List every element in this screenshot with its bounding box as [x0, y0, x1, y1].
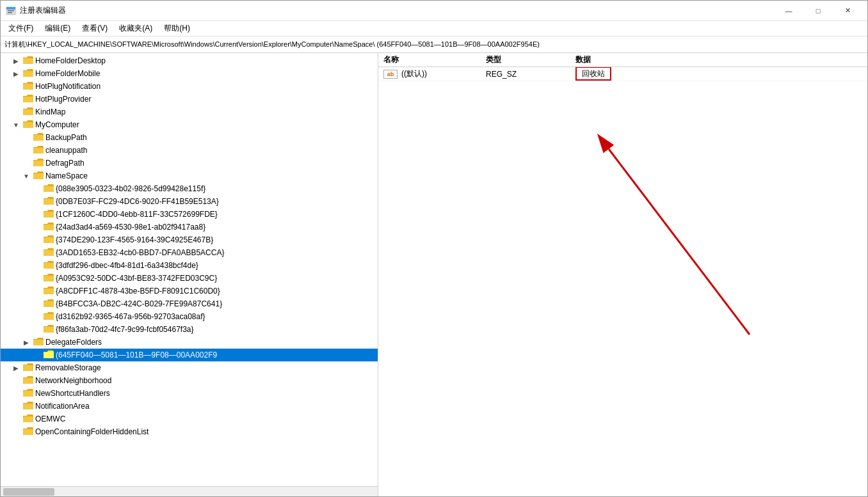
tree-item-networkneighborhood[interactable]: ▶ NetworkNeighborhood — [1, 374, 378, 387]
menu-view[interactable]: 查看(V) — [77, 22, 113, 35]
window-controls: — □ ✕ — [774, 1, 862, 21]
tree-item-ns8[interactable]: ▶ {A0953C92-50DC-43bf-BE83-3742FED03C9C} — [1, 272, 378, 285]
tree-item-homefolder-desktop[interactable]: ▶ HomeFolderDesktop — [1, 54, 378, 67]
maximize-button[interactable]: □ — [803, 1, 833, 21]
label-ns10: {B4BFCC3A-DB2C-424C-B029-7FE99A87C641} — [56, 299, 222, 308]
svg-rect-30 — [23, 391, 33, 397]
svg-rect-13 — [33, 173, 44, 179]
minimize-button[interactable]: — — [774, 1, 803, 21]
expand-icon-delegatefolders[interactable]: ▶ — [21, 336, 31, 349]
svg-rect-15 — [44, 199, 54, 205]
tree-item-delegatefolders[interactable]: ▶ DelegateFolders — [1, 336, 378, 349]
svg-rect-16 — [44, 212, 54, 217]
tree-item-ns6[interactable]: ▶ {3ADD1653-EB32-4cb0-BBD7-DFA0ABB5ACCA} — [1, 246, 378, 259]
folder-icon-ns8 — [44, 274, 54, 283]
cell-name: ab((默认)) — [378, 68, 481, 79]
tree-item-newshortcuthandlers[interactable]: ▶ NewShortcutHandlers — [1, 387, 378, 400]
tree-item-ns10[interactable]: ▶ {B4BFCC3A-DB2C-424C-B029-7FE99A87C641} — [1, 297, 378, 310]
tree-item-ns7[interactable]: ▶ {3dfdf296-dbec-4fb4-81d1-6a3438bcf4de} — [1, 259, 378, 272]
tree-item-cleanuppath[interactable]: ▶ cleanuppath — [1, 144, 378, 157]
window-title: 注册表编辑器 — [20, 5, 66, 16]
menu-file[interactable]: 文件(F) — [3, 22, 38, 35]
tree-item-mycomputer[interactable]: ▼ MyComputer — [1, 118, 378, 131]
svg-rect-3 — [8, 12, 12, 13]
svg-rect-4 — [23, 58, 33, 64]
folder-icon-ns10 — [44, 299, 54, 308]
svg-rect-2 — [8, 10, 14, 12]
main-area: ▶ HomeFolderDesktop ▶ HomeFolderMob — [1, 53, 867, 496]
folder-icon-ns1 — [44, 184, 54, 193]
tree-item-notificationarea[interactable]: ▶ NotificationArea — [1, 400, 378, 413]
col-data-header: 数据 — [570, 54, 867, 65]
folder-icon-ns4 — [44, 223, 54, 232]
menu-favorites[interactable]: 收藏夹(A) — [114, 22, 157, 35]
tree-item-ns1[interactable]: ▶ {088e3905-0323-4b02-9826-5d99428e115f} — [1, 182, 378, 195]
folder-icon-ns6 — [44, 248, 54, 257]
title-bar: 注册表编辑器 — □ ✕ — [1, 1, 867, 21]
tree-item-ns5[interactable]: ▶ {374DE290-123F-4565-9164-39C4925E467B} — [1, 233, 378, 246]
label-ns9: {A8CDFF1C-4878-43be-B5FD-F8091C1C60D0} — [56, 287, 220, 296]
svg-rect-14 — [44, 186, 54, 192]
tree-item-opencontainingfolderlist[interactable]: ▶ OpenContainingFolderHiddenList — [1, 425, 378, 438]
registry-row-default[interactable]: ab((默认)) REG_SZ 回收站 — [378, 67, 867, 81]
tree-item-backuppath[interactable]: ▶ BackupPath — [1, 131, 378, 144]
expand-icon-mycomputer[interactable]: ▼ — [11, 118, 21, 131]
menu-edit[interactable]: 编辑(E) — [40, 22, 76, 35]
folder-icon-notificationarea — [23, 402, 33, 411]
label-cleanuppath: cleanuppath — [45, 146, 87, 155]
tree-hscroll[interactable] — [1, 486, 378, 496]
tree-item-removablestorage[interactable]: ▶ RemovableStorage — [1, 361, 378, 374]
svg-rect-17 — [44, 225, 54, 230]
tree-item-ns2[interactable]: ▶ {0DB7E03F-FC29-4DC6-9020-FF41B59E513A} — [1, 195, 378, 208]
label-removablestorage: RemovableStorage — [35, 363, 101, 372]
tree-item-defragpath[interactable]: ▶ DefragPath — [1, 157, 378, 170]
svg-rect-9 — [23, 122, 33, 128]
tree-item-homefolder-mobile[interactable]: ▶ HomeFolderMobile — [1, 67, 378, 80]
label-mycomputer: MyComputer — [35, 120, 79, 129]
data-value: 回收站 — [575, 67, 611, 81]
cell-data: 回收站 — [570, 68, 867, 79]
tree-item-ns9[interactable]: ▶ {A8CDFF1C-4878-43be-B5FD-F8091C1C60D0} — [1, 285, 378, 297]
svg-rect-26 — [33, 340, 44, 345]
expand-icon-homefolder-mobile[interactable]: ▶ — [11, 67, 21, 80]
svg-rect-31 — [23, 404, 33, 409]
close-button[interactable]: ✕ — [833, 1, 862, 21]
folder-icon-homefolder-desktop — [23, 56, 33, 65]
tree-item-ns12[interactable]: ▶ {f86fa3ab-70d2-4fc7-9c99-fcbf05467f3a} — [1, 323, 378, 336]
registry-editor-window: 注册表编辑器 — □ ✕ 文件(F) 编辑(E) 查看(V) 收藏夹(A) 帮助… — [0, 0, 868, 497]
tree-item-namespace[interactable]: ▼ NameSpace — [1, 170, 378, 182]
tree-scroll[interactable]: ▶ HomeFolderDesktop ▶ HomeFolderMob — [1, 53, 378, 486]
tree-item-ns11[interactable]: ▶ {d3162b92-9365-467a-956b-92703aca08af} — [1, 310, 378, 323]
tree-item-oemwc[interactable]: ▶ OEMWC — [1, 413, 378, 425]
expand-icon-removablestorage[interactable]: ▶ — [11, 361, 21, 374]
svg-rect-28 — [23, 365, 33, 371]
folder-icon-backuppath — [33, 133, 44, 142]
folder-icon-kindmap — [23, 107, 33, 116]
folder-icon-mycomputer — [23, 120, 33, 129]
label-homefolder-mobile: HomeFolderMobile — [35, 69, 100, 78]
svg-rect-29 — [23, 378, 33, 384]
tree-panel: ▶ HomeFolderDesktop ▶ HomeFolderMob — [1, 53, 378, 496]
tree-item-hotplug-notification[interactable]: ▶ HotPlugNotification — [1, 80, 378, 93]
label-ns3: {1CF1260C-4DD0-4ebb-811F-33C572699FDE} — [56, 210, 218, 219]
menu-help[interactable]: 帮助(H) — [159, 22, 195, 35]
folder-icon-ns7 — [44, 261, 54, 270]
tree-item-kindmap[interactable]: ▶ KindMap — [1, 106, 378, 118]
tree-item-ns4[interactable]: ▶ {24ad3ad4-a569-4530-98e1-ab02f9417aa8} — [1, 221, 378, 233]
tree-item-selected-key[interactable]: ▶ (645FF040—5081—101B—9F08—00AA002F9 — [1, 349, 378, 361]
tree-hscroll-thumb[interactable] — [3, 488, 54, 496]
label-delegatefolders: DelegateFolders — [45, 338, 102, 347]
folder-icon-delegatefolders — [33, 338, 44, 347]
right-panel-wrapper: 名称 类型 数据 ab((默认)) REG_SZ 回收站 — [378, 53, 867, 496]
tree-item-hotplug-provider[interactable]: ▶ HotPlugProvider — [1, 93, 378, 106]
svg-rect-11 — [33, 148, 44, 154]
expand-icon-namespace[interactable]: ▼ — [21, 170, 31, 182]
label-hotplug-notification: HotPlugNotification — [35, 82, 100, 91]
expand-icon-homefolder-desktop[interactable]: ▶ — [11, 54, 21, 67]
folder-icon-ns5 — [44, 235, 54, 244]
breadcrumb: 计算机\HKEY_LOCAL_MACHINE\SOFTWARE\Microsof… — [1, 36, 867, 53]
tree-item-ns3[interactable]: ▶ {1CF1260C-4DD0-4ebb-811F-33C572699FDE} — [1, 208, 378, 221]
svg-rect-5 — [23, 71, 33, 77]
label-ns1: {088e3905-0323-4b02-9826-5d99428e115f} — [56, 184, 205, 193]
folder-icon-ns12 — [44, 325, 54, 334]
